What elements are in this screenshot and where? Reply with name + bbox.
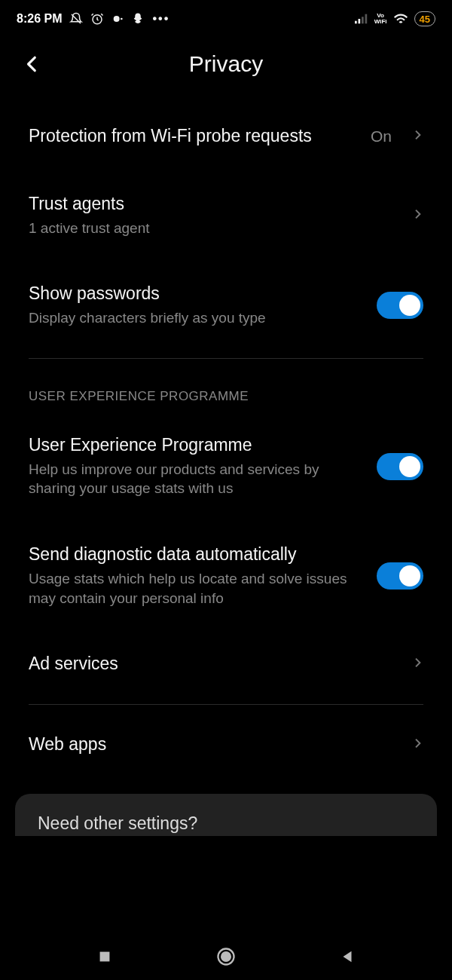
- status-time: 8:26 PM: [17, 12, 62, 26]
- section-divider: [29, 358, 423, 359]
- section-header-uep: USER EXPERIENCE PROGRAMME: [29, 389, 423, 404]
- row-uep-sub: Help us improve our products and service…: [29, 460, 362, 498]
- alarm-icon: [90, 12, 104, 26]
- chevron-right-icon: [411, 208, 423, 223]
- row-ad-services[interactable]: Ad services: [29, 630, 423, 698]
- wifi-icon: [393, 13, 408, 25]
- chevron-right-icon: [411, 657, 423, 672]
- nav-recents-button[interactable]: [96, 948, 113, 968]
- back-button[interactable]: [23, 54, 42, 74]
- suggestion-card[interactable]: Need other settings?: [15, 794, 437, 836]
- row-trust-agents[interactable]: Trust agents 1 active trust agent: [29, 170, 423, 261]
- toggle-show-passwords[interactable]: [377, 292, 423, 319]
- svg-rect-3: [355, 21, 357, 24]
- snapchat-icon: [131, 12, 145, 26]
- navigation-bar: [0, 936, 452, 980]
- row-show-passwords[interactable]: Show passwords Display characters briefl…: [29, 260, 423, 351]
- vowifi-icon: VoWiFi: [374, 13, 387, 25]
- row-web-apps[interactable]: Web apps: [29, 711, 423, 779]
- svg-point-1: [114, 16, 120, 22]
- row-uep[interactable]: User Experience Programme Help us improv…: [29, 412, 423, 521]
- notification-muted-icon: [69, 12, 83, 26]
- status-bar: 8:26 PM ••• VoWiFi 45: [0, 0, 452, 30]
- svg-rect-5: [362, 17, 364, 23]
- section-divider: [29, 704, 423, 705]
- signal-icon: [355, 14, 368, 24]
- row-diagnostic-title: Send diagnostic data automatically: [29, 544, 362, 566]
- svg-point-2: [121, 18, 123, 20]
- svg-rect-4: [358, 19, 360, 23]
- row-diagnostic-sub: Usage stats which help us locate and sol…: [29, 569, 362, 608]
- row-show-passwords-sub: Display characters briefly as you type: [29, 308, 362, 328]
- svg-point-9: [221, 952, 231, 961]
- row-wifi-probe-title: Protection from Wi-Fi probe requests: [29, 125, 356, 148]
- svg-rect-6: [365, 14, 367, 24]
- row-wifi-probe[interactable]: Protection from Wi-Fi probe requests On: [29, 92, 423, 170]
- nav-home-button[interactable]: [215, 946, 237, 970]
- page-header: Privacy: [0, 30, 452, 92]
- row-ad-services-title: Ad services: [29, 653, 396, 675]
- status-bar-right: VoWiFi 45: [355, 11, 435, 26]
- row-diagnostic[interactable]: Send diagnostic data automatically Usage…: [29, 521, 423, 630]
- battery-indicator: 45: [414, 11, 435, 26]
- row-trust-agents-sub: 1 active trust agent: [29, 219, 396, 238]
- toggle-diagnostic[interactable]: [377, 562, 423, 590]
- nav-back-button[interactable]: [339, 948, 356, 968]
- chevron-right-icon: [411, 129, 423, 144]
- svg-rect-7: [100, 952, 110, 962]
- row-uep-title: User Experience Programme: [29, 434, 362, 457]
- more-notifications-icon: •••: [152, 12, 170, 26]
- chevron-right-icon: [411, 737, 423, 752]
- row-show-passwords-title: Show passwords: [29, 283, 362, 305]
- suggestion-title: Need other settings?: [38, 813, 414, 834]
- row-web-apps-title: Web apps: [29, 733, 396, 756]
- page-title: Privacy: [15, 51, 437, 77]
- row-wifi-probe-value: On: [371, 127, 392, 145]
- record-icon: [111, 13, 124, 25]
- status-bar-left: 8:26 PM •••: [17, 12, 170, 26]
- toggle-uep[interactable]: [377, 453, 423, 480]
- row-trust-agents-title: Trust agents: [29, 193, 396, 216]
